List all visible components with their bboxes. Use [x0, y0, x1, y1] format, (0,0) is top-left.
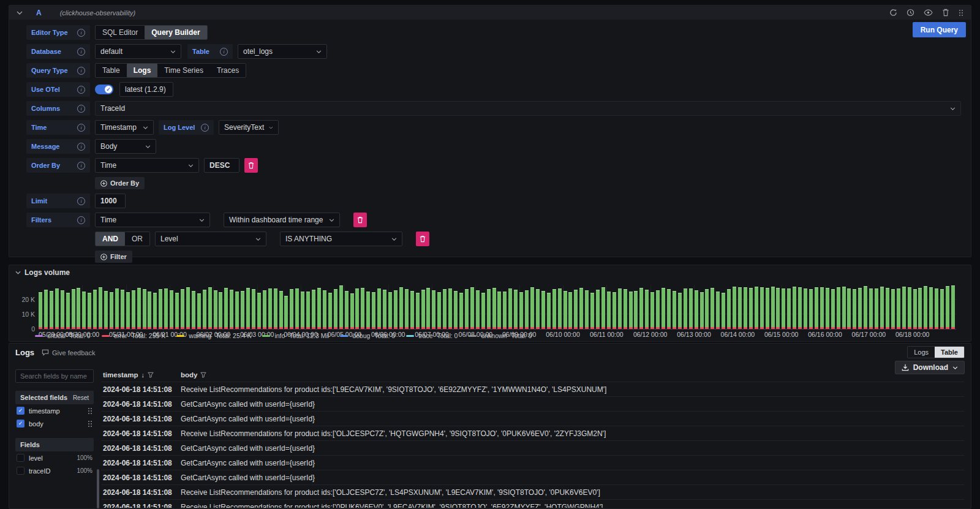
editor-type-option-builder[interactable]: Query Builder: [145, 26, 206, 39]
selected-field-row[interactable]: ✓ body: [15, 417, 94, 430]
info-icon[interactable]: i: [77, 67, 85, 75]
sort-desc-icon[interactable]: ↓: [141, 371, 145, 379]
info-icon[interactable]: i: [77, 105, 85, 113]
legend-item[interactable]: warning Total: 25.4 K: [176, 332, 251, 339]
time-column-select[interactable]: Timestamp: [95, 120, 154, 135]
info-icon[interactable]: i: [201, 124, 209, 132]
chevron-down-icon: [188, 164, 194, 167]
remove-order-by-button[interactable]: [244, 158, 258, 173]
checkbox-unchecked[interactable]: [17, 467, 24, 475]
volume-bar: [405, 289, 409, 329]
legend-item[interactable]: unknown Total: 0: [469, 332, 532, 339]
checkbox-checked[interactable]: ✓: [17, 420, 24, 428]
drag-handle-icon[interactable]: [959, 9, 963, 17]
info-icon[interactable]: i: [220, 48, 228, 56]
logic-option-or[interactable]: OR: [125, 232, 149, 246]
legend-label: debug: [352, 332, 370, 339]
selected-field-row[interactable]: ✓ timestamp: [15, 404, 94, 417]
timestamp-column-header[interactable]: timestamp ↓: [101, 371, 178, 379]
volume-bar: [639, 288, 643, 329]
table-row[interactable]: 2024-06-18 14:51:08 Receive ListRecommen…: [101, 426, 965, 440]
filter2-field-select[interactable]: Level: [155, 232, 266, 246]
add-order-by-button[interactable]: Order By: [95, 177, 145, 189]
logic-option-and[interactable]: AND: [96, 232, 125, 246]
trash-icon: [420, 235, 426, 243]
table-row[interactable]: 2024-06-18 14:51:08 Receive ListRecommen…: [101, 484, 965, 499]
reset-button[interactable]: Reset: [73, 394, 89, 401]
limit-input[interactable]: 1000: [95, 194, 126, 208]
eye-icon[interactable]: [924, 9, 933, 16]
filter1-operator-select[interactable]: Within dashboard time range: [224, 213, 340, 227]
view-option-table[interactable]: Table: [935, 347, 964, 358]
volume-bar: [733, 287, 736, 329]
volume-bar: [487, 289, 491, 330]
table-row[interactable]: 2024-06-18 14:51:08 GetCartAsync called …: [101, 396, 965, 411]
checkbox-unchecked[interactable]: [17, 454, 24, 462]
run-query-button[interactable]: Run Query: [913, 22, 966, 37]
filter-funnel-icon[interactable]: [148, 372, 154, 378]
legend-item[interactable]: debug Total: 0: [340, 332, 395, 339]
view-option-logs[interactable]: Logs: [908, 347, 935, 358]
query-type-option-timeseries[interactable]: Time Series: [157, 64, 210, 77]
query-row-header[interactable]: A (clickhouse-observability): [9, 6, 971, 20]
field-row[interactable]: level 100%: [15, 451, 94, 464]
remove-filter2-button[interactable]: [416, 232, 429, 246]
info-icon[interactable]: i: [77, 162, 85, 170]
volume-bar: [410, 291, 414, 329]
field-row[interactable]: traceID 100%: [15, 464, 94, 477]
volume-bar: [787, 288, 791, 330]
volume-bar: [880, 287, 884, 329]
scrollbar-thumb[interactable]: [97, 469, 99, 508]
table-row[interactable]: 2024-06-18 14:51:08 GetCartAsync called …: [101, 470, 965, 484]
table-row[interactable]: 2024-06-18 14:51:08 GetCartAsync called …: [101, 455, 965, 470]
drag-handle-icon[interactable]: [88, 407, 92, 415]
query-type-option-logs[interactable]: Logs: [127, 64, 158, 77]
table-row[interactable]: 2024-06-18 14:51:08 GetCartAsync called …: [101, 440, 965, 455]
info-icon[interactable]: i: [77, 124, 85, 132]
message-column-select[interactable]: Body: [95, 139, 156, 154]
legend-item[interactable]: info Total: 12.3 Mil: [262, 332, 329, 339]
search-fields-input[interactable]: [15, 369, 94, 383]
trash-icon[interactable]: [942, 9, 949, 17]
table-row[interactable]: 2024-06-18 14:51:08 Receive ListRecommen…: [101, 382, 965, 396]
info-icon[interactable]: i: [77, 86, 85, 94]
body-column-header[interactable]: body: [178, 371, 965, 379]
query-type-option-table[interactable]: Table: [96, 64, 127, 77]
legend-item[interactable]: trace Total: 0: [406, 332, 458, 339]
query-type-option-traces[interactable]: Traces: [210, 64, 246, 77]
remove-filter1-button[interactable]: [353, 213, 367, 227]
info-icon[interactable]: i: [77, 143, 85, 151]
refresh-icon[interactable]: [889, 9, 897, 17]
info-icon[interactable]: i: [77, 197, 85, 205]
legend-item[interactable]: critical Total: 0: [35, 332, 91, 339]
database-select[interactable]: default: [95, 44, 181, 59]
info-icon[interactable]: i: [77, 29, 85, 37]
table-row[interactable]: 2024-06-18 14:51:08 GetCartAsync called …: [101, 411, 965, 426]
columns-multiselect[interactable]: TraceId: [95, 101, 961, 116]
order-by-field-select[interactable]: Time: [95, 158, 199, 173]
drag-handle-icon[interactable]: [88, 420, 92, 428]
table-row[interactable]: 2024-06-18 14:51:08 Receive ListRecommen…: [101, 499, 965, 508]
log-level-column-select[interactable]: SeverityText: [219, 120, 279, 135]
info-icon[interactable]: i: [77, 216, 85, 224]
add-filter-button[interactable]: Filter: [95, 251, 132, 263]
columns-label-chip: Columns i: [26, 101, 90, 116]
logs-volume-chart[interactable]: [39, 285, 956, 330]
otel-version-select[interactable]: latest (1.2.9): [119, 82, 173, 97]
filter-funnel-icon[interactable]: [200, 372, 206, 378]
x-axis-tick: 06/12 00:00: [633, 331, 667, 338]
give-feedback-link[interactable]: Give feedback: [42, 349, 95, 356]
volume-bar: [809, 289, 813, 330]
chevron-down-icon[interactable]: [17, 11, 23, 15]
logs-volume-header[interactable]: Logs volume: [9, 265, 971, 277]
table-select[interactable]: otel_logs: [238, 44, 327, 59]
info-icon[interactable]: i: [77, 48, 85, 56]
editor-type-option-sql[interactable]: SQL Editor: [96, 26, 145, 39]
order-by-direction-select[interactable]: DESC: [204, 158, 239, 173]
history-icon[interactable]: [907, 9, 914, 17]
filter1-field-select[interactable]: Time: [95, 213, 210, 227]
legend-item[interactable]: error Total: 255 K: [102, 332, 166, 339]
checkbox-checked[interactable]: ✓: [17, 407, 24, 415]
filter2-operator-select[interactable]: IS ANYTHING: [280, 232, 402, 246]
use-otel-toggle[interactable]: ✓: [95, 85, 113, 94]
